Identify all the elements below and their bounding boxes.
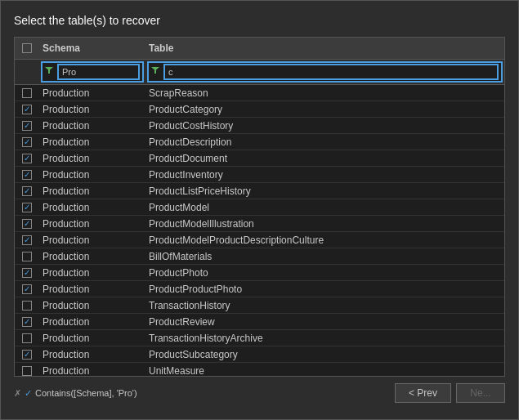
- row-schema: Production: [39, 86, 145, 101]
- navigation-buttons: < Prev Ne...: [395, 383, 505, 403]
- schema-filter-wrapper: [41, 61, 144, 83]
- row-check-cell: [15, 301, 39, 311]
- table-row[interactable]: ProductionProductListPriceHistory: [15, 183, 504, 199]
- row-checkbox[interactable]: [22, 219, 32, 229]
- row-schema: Production: [39, 364, 145, 377]
- row-checkbox[interactable]: [22, 252, 32, 261]
- row-checkbox[interactable]: [22, 235, 32, 245]
- row-schema: Production: [39, 200, 145, 215]
- row-schema: Production: [39, 347, 145, 362]
- header-check-col: [15, 41, 39, 56]
- table-row[interactable]: ProductionTransactionHistoryArchive: [15, 330, 504, 346]
- row-check-cell: [15, 170, 39, 180]
- scrollbar-header-spacer: [491, 41, 504, 56]
- row-checkbox[interactable]: [22, 137, 32, 147]
- row-table: ProductProductPhoto: [145, 282, 504, 297]
- table-filter-wrapper: [147, 61, 503, 83]
- table-row[interactable]: ProductionBillOfMaterials: [15, 248, 504, 265]
- row-checkbox[interactable]: [22, 154, 32, 163]
- row-table: ProductCostHistory: [145, 118, 504, 133]
- row-table: ProductSubcategory: [145, 347, 504, 362]
- table-filter-icon: [151, 67, 161, 77]
- table-row[interactable]: ProductionProductReview: [15, 314, 504, 330]
- row-checkbox[interactable]: [22, 366, 32, 376]
- table-column-header: Table: [145, 41, 491, 56]
- row-table: ProductDocument: [145, 151, 504, 166]
- row-checkbox[interactable]: [22, 203, 32, 212]
- row-check-cell: [15, 366, 39, 376]
- row-checkbox[interactable]: [22, 186, 32, 196]
- row-check-cell: [15, 350, 39, 360]
- table-row[interactable]: ProductionProductProductPhoto: [15, 281, 504, 297]
- row-checkbox[interactable]: [22, 105, 32, 114]
- filter-expression: ✗ ✓ Contains([Schema], 'Pro'): [14, 388, 137, 399]
- row-checkbox[interactable]: [22, 317, 32, 327]
- row-schema: Production: [39, 315, 145, 329]
- row-schema: Production: [39, 118, 145, 133]
- row-table: BillOfMaterials: [145, 249, 504, 264]
- schema-column-header: Schema: [39, 41, 145, 56]
- table-header: Schema Table: [15, 38, 504, 60]
- check-icon: ✓: [25, 388, 32, 399]
- table-row[interactable]: ProductionProductCategory: [15, 101, 504, 118]
- row-check-cell: [15, 252, 39, 261]
- row-checkbox[interactable]: [22, 268, 32, 278]
- dialog-title: Select the table(s) to recover: [14, 14, 505, 27]
- table-row[interactable]: ProductionProductSubcategory: [15, 346, 504, 363]
- row-checkbox[interactable]: [22, 333, 32, 343]
- select-all-checkbox[interactable]: [22, 43, 32, 53]
- row-schema: Production: [39, 331, 145, 346]
- schema-filter-cell: [39, 60, 145, 84]
- row-schema: Production: [39, 298, 145, 313]
- row-checkbox[interactable]: [22, 284, 32, 294]
- row-schema: Production: [39, 168, 145, 182]
- row-check-cell: [15, 284, 39, 294]
- row-table: TransactionHistory: [145, 298, 504, 313]
- row-checkbox[interactable]: [22, 170, 32, 180]
- row-check-cell: [15, 317, 39, 327]
- table-row[interactable]: ProductionProductModel: [15, 199, 504, 216]
- row-table: ProductCategory: [145, 102, 504, 117]
- row-schema: Production: [39, 266, 145, 280]
- row-check-cell: [15, 105, 39, 114]
- table-row[interactable]: ProductionProductPhoto: [15, 265, 504, 281]
- table-row[interactable]: ProductionProductDocument: [15, 150, 504, 167]
- row-check-cell: [15, 333, 39, 343]
- table-container: Schema Table ProductionScrapReasonPr: [14, 37, 505, 377]
- row-schema: Production: [39, 151, 145, 166]
- filter-expr-text: Contains([Schema], 'Pro'): [35, 388, 137, 398]
- row-table: ProductDescription: [145, 135, 504, 150]
- filter-row: [15, 60, 504, 85]
- table-row[interactable]: ProductionProductModelIllustration: [15, 216, 504, 232]
- row-table: ProductModel: [145, 200, 504, 215]
- row-check-cell: [15, 154, 39, 163]
- table-filter-input[interactable]: [163, 64, 499, 80]
- row-table: ProductModelIllustration: [145, 217, 504, 231]
- table-row[interactable]: ProductionProductModelProductDescription…: [15, 232, 504, 248]
- table-row[interactable]: ProductionScrapReason: [15, 85, 504, 101]
- row-check-cell: [15, 88, 39, 98]
- table-row[interactable]: ProductionUnitMeasure: [15, 363, 504, 376]
- prev-button[interactable]: < Prev: [395, 383, 451, 403]
- row-schema: Production: [39, 233, 145, 248]
- schema-filter-input[interactable]: [57, 64, 140, 80]
- row-check-cell: [15, 137, 39, 147]
- table-body[interactable]: ProductionScrapReasonProductionProductCa…: [15, 85, 504, 376]
- row-checkbox[interactable]: [22, 301, 32, 311]
- table-row[interactable]: ProductionProductCostHistory: [15, 118, 504, 134]
- table-row[interactable]: ProductionProductDescription: [15, 134, 504, 150]
- row-check-cell: [15, 203, 39, 212]
- main-dialog: Select the table(s) to recover Schema Ta…: [0, 0, 519, 420]
- table-row[interactable]: ProductionProductInventory: [15, 167, 504, 183]
- row-table: ProductPhoto: [145, 266, 504, 280]
- table-row[interactable]: ProductionTransactionHistory: [15, 297, 504, 314]
- row-schema: Production: [39, 102, 145, 117]
- next-button[interactable]: Ne...: [456, 383, 505, 403]
- row-checkbox[interactable]: [22, 88, 32, 98]
- row-schema: Production: [39, 249, 145, 264]
- row-checkbox[interactable]: [22, 350, 32, 360]
- row-checkbox[interactable]: [22, 121, 32, 131]
- row-schema: Production: [39, 217, 145, 231]
- row-check-cell: [15, 268, 39, 278]
- row-table: TransactionHistoryArchive: [145, 331, 504, 346]
